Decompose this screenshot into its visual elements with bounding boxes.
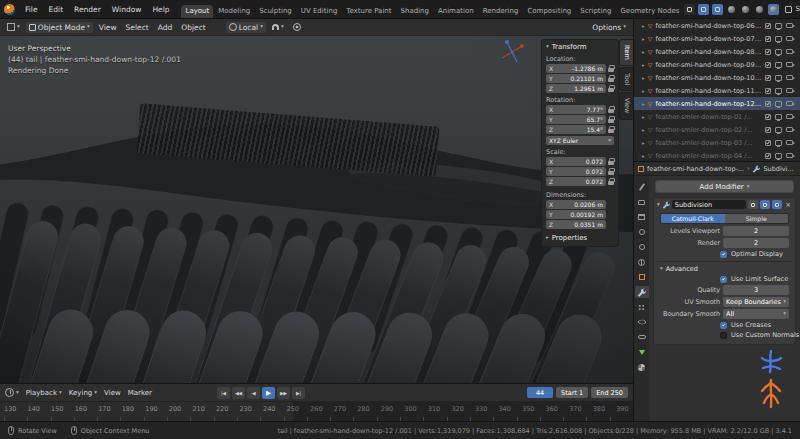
lock-icon[interactable]: [608, 158, 614, 165]
tab-world[interactable]: [635, 256, 649, 268]
lock-icon[interactable]: [608, 65, 614, 72]
workspace-tab-geometry-nodes[interactable]: Geometry Nodes: [616, 5, 683, 18]
hide-viewport-icon[interactable]: [775, 88, 782, 94]
boundary-smooth-dropdown[interactable]: All▾: [723, 309, 789, 319]
proportional-editing-toggle[interactable]: [290, 22, 304, 32]
disclosure-icon[interactable]: ▸: [642, 114, 645, 120]
sidebar-tab-tool[interactable]: Tool: [619, 67, 633, 92]
end-frame-field[interactable]: End 250: [591, 387, 628, 398]
render-levels-field[interactable]: 2: [723, 238, 789, 248]
orientation-dropdown[interactable]: Local▾: [226, 22, 266, 33]
jump-to-start-button[interactable]: |◀: [217, 387, 230, 399]
hide-viewport-icon[interactable]: [775, 153, 782, 159]
outliner-item-active[interactable]: ▸▽feather-smi-hand-down-top-12 /.001: [634, 97, 800, 110]
lock-icon[interactable]: [608, 126, 614, 133]
simple-button[interactable]: Simple: [725, 214, 789, 223]
hide-render-icon[interactable]: [786, 88, 793, 93]
hide-render-icon[interactable]: [786, 140, 793, 145]
dimensions-y-field[interactable]: Y0.00192 m: [546, 210, 606, 219]
disclosure-icon[interactable]: ▸: [642, 127, 645, 133]
panel-expanded-icon[interactable]: ▾: [657, 202, 660, 208]
advanced-section-header[interactable]: ▾Advanced: [660, 265, 789, 273]
hide-viewport-icon[interactable]: [775, 101, 782, 107]
tab-constraints[interactable]: [635, 331, 649, 343]
workspace-tab-scripting[interactable]: Scripting: [576, 5, 615, 18]
tab-particles[interactable]: [635, 301, 649, 313]
lock-icon[interactable]: [608, 178, 614, 185]
rotation-x-field[interactable]: X7.77°: [546, 105, 606, 114]
menu-playback[interactable]: Playback▾: [26, 389, 62, 397]
outliner-item[interactable]: ▸▽feather-smler-down-top-03 /...: [634, 136, 800, 149]
proportional-edit-icon[interactable]: [698, 4, 709, 15]
use-creases-checkbox[interactable]: [720, 322, 727, 329]
selectable-checkbox[interactable]: [765, 101, 771, 107]
start-frame-field[interactable]: Start 1: [556, 387, 588, 398]
hide-render-icon[interactable]: [786, 153, 793, 158]
dimensions-z-field[interactable]: Z0.0351 m: [546, 220, 606, 229]
menu-help[interactable]: Help: [147, 4, 174, 15]
hide-render-icon[interactable]: [786, 114, 793, 119]
use-limit-surface-checkbox[interactable]: [720, 276, 727, 283]
play-button[interactable]: ▶: [262, 387, 275, 399]
workspace-tab-uv-editing[interactable]: UV Editing: [297, 5, 342, 18]
tab-modifiers[interactable]: [635, 286, 649, 298]
outliner-item[interactable]: ▸▽feather-smi-hand-down-top-10 /...: [634, 71, 800, 84]
menu-marker[interactable]: Marker: [128, 389, 152, 397]
workspace-tab-animation[interactable]: Animation: [434, 5, 478, 18]
sidebar-tab-view[interactable]: View: [619, 92, 633, 119]
3d-viewport[interactable]: ▾ Object Mode▾ View Select Add Object Lo…: [0, 18, 634, 383]
outliner-item[interactable]: ▸▽feather-smler-down-top-01 /...: [634, 110, 800, 123]
menu-keying[interactable]: Keying▾: [69, 389, 97, 397]
lock-icon[interactable]: [608, 116, 614, 123]
shading-solid-icon[interactable]: [740, 4, 751, 15]
disclosure-icon[interactable]: ▸: [642, 23, 645, 29]
tab-object-data[interactable]: [635, 346, 649, 358]
location-z-field[interactable]: Z1.2961 m: [546, 84, 606, 93]
selectable-checkbox[interactable]: [765, 140, 771, 146]
hide-viewport-icon[interactable]: [775, 23, 782, 29]
hide-render-icon[interactable]: [786, 62, 793, 67]
tab-render[interactable]: [635, 196, 649, 208]
breadcrumb-object[interactable]: feather-smi-hand-down-top-...: [647, 165, 744, 173]
location-y-field[interactable]: Y0.21101 m: [546, 74, 606, 83]
disclosure-icon[interactable]: ▸: [642, 153, 645, 159]
lock-icon[interactable]: [608, 106, 614, 113]
outliner-item[interactable]: ▸▽feather-smi-hand-down-top-06 /...: [634, 19, 800, 32]
use-custom-normals-checkbox[interactable]: [720, 332, 727, 339]
hide-viewport-icon[interactable]: [775, 114, 782, 120]
tab-output[interactable]: [635, 211, 649, 223]
tab-object[interactable]: [635, 271, 649, 283]
disclosure-icon[interactable]: ▸: [642, 62, 645, 68]
selectable-checkbox[interactable]: [765, 75, 771, 81]
options-dropdown[interactable]: Options▾: [589, 22, 629, 33]
shading-wireframe-icon[interactable]: [726, 4, 737, 15]
hide-render-icon[interactable]: [786, 127, 793, 132]
hide-viewport-icon[interactable]: [775, 49, 782, 55]
menu-render[interactable]: Render: [69, 4, 106, 15]
menu-file[interactable]: File: [20, 4, 43, 15]
hide-render-icon[interactable]: [786, 101, 793, 106]
workspace-tab-modeling[interactable]: Modeling: [214, 5, 254, 18]
workspace-tab-texture-paint[interactable]: Texture Paint: [342, 5, 395, 18]
scale-y-field[interactable]: Y0.072: [546, 167, 606, 176]
selectable-checkbox[interactable]: [765, 49, 771, 55]
viewport-render[interactable]: [0, 36, 634, 383]
workspace-tab-rendering[interactable]: Rendering: [479, 5, 523, 18]
properties-panel-header[interactable]: ▸Properties: [544, 233, 616, 243]
previous-keyframe-button[interactable]: ◀◀: [232, 387, 245, 399]
hide-viewport-icon[interactable]: [775, 62, 782, 68]
tab-view-layer[interactable]: [635, 226, 649, 238]
location-x-field[interactable]: X-1.2786 m: [546, 64, 606, 73]
scale-x-field[interactable]: X0.072: [546, 157, 606, 166]
breadcrumb-modifier[interactable]: Subdivi...: [763, 165, 793, 173]
blender-logo-icon[interactable]: [4, 4, 15, 15]
outliner-item[interactable]: ▸▽feather-smi-hand-down-top-07 /...: [634, 32, 800, 45]
selectable-checkbox[interactable]: [765, 23, 771, 29]
lock-icon[interactable]: [608, 85, 614, 92]
outliner-item[interactable]: ▸▽feather-smler-down-top-04 /...: [634, 149, 800, 161]
optimal-display-checkbox[interactable]: [720, 251, 727, 258]
menu-edit[interactable]: Edit: [44, 4, 69, 15]
current-frame-field[interactable]: 44: [527, 387, 553, 398]
modifier-name-field[interactable]: Subdivision: [672, 200, 746, 209]
menu-view[interactable]: View: [96, 22, 120, 33]
